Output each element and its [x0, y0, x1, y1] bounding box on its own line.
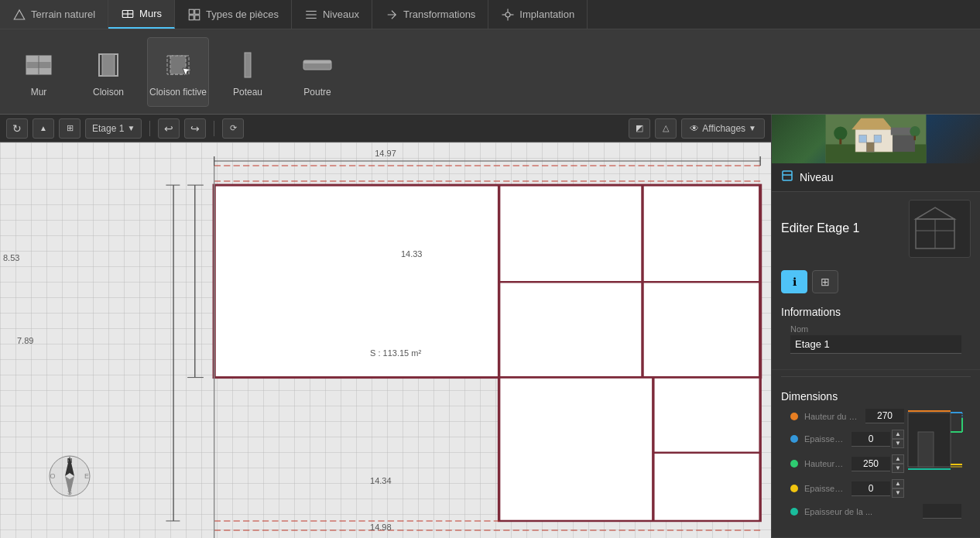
- svg-rect-26: [303, 60, 331, 63]
- refresh2-btn[interactable]: ⟳: [222, 118, 244, 139]
- tool-cloison-label: Cloison: [93, 87, 124, 98]
- implant-icon: [501, 8, 515, 22]
- epaisseur-sol-spinner: ▲ ▼: [892, 479, 904, 498]
- svg-marker-74: [916, 207, 954, 219]
- svg-text:S: S: [67, 488, 72, 496]
- level-up-btn[interactable]: ▲: [33, 118, 54, 139]
- svg-rect-5: [195, 9, 200, 14]
- poteau-icon: [229, 46, 266, 84]
- dim-hauteur-value-wrap: [865, 409, 904, 423]
- nav-terrain[interactable]: Terrain naturel: [0, 0, 108, 29]
- dot-blue: [790, 435, 798, 443]
- svg-text:N: N: [67, 457, 73, 464]
- dim-row-epaisseur-sol: Epaisseur du sol... ▲ ▼: [790, 479, 904, 498]
- dim-area: S : 113.15 m²: [370, 348, 421, 358]
- hauteur-sous-up[interactable]: ▲: [892, 454, 904, 464]
- dim-row-hauteur: Hauteur du niv...: [790, 409, 904, 423]
- dot-yellow: [790, 485, 798, 492]
- cloison-icon: [90, 46, 127, 84]
- wall-icon: [121, 7, 135, 21]
- dim-thumb-svg: [904, 409, 968, 475]
- informations-title: Informations: [781, 306, 971, 318]
- triangle-btn[interactable]: △: [655, 118, 677, 139]
- tool-poteau[interactable]: Poteau: [217, 37, 279, 107]
- svg-rect-66: [839, 139, 841, 144]
- nav-niveaux-label: Niveaux: [323, 9, 359, 20]
- svg-rect-68: [914, 135, 916, 140]
- tool-poutre[interactable]: Poutre: [286, 37, 348, 107]
- nav-murs-label: Murs: [139, 8, 162, 19]
- wall-toolbar: Mur Cloison Cloison fictive: [0, 29, 980, 115]
- svg-rect-63: [874, 135, 882, 142]
- svg-rect-60: [893, 135, 915, 152]
- tab-info[interactable]: ℹ: [781, 270, 807, 293]
- eye-icon: 👁: [690, 123, 699, 134]
- edit-level-header: Editer Etage 1 🗑: [772, 192, 980, 266]
- level-name: Etage 1: [92, 123, 124, 134]
- dim-left1: 8.53: [3, 253, 19, 262]
- dim-epaisseur-pl-label: Epaisseur du pl...: [804, 434, 845, 444]
- refresh-btn[interactable]: ↻: [6, 118, 28, 139]
- dimensions-section: Dimensions: [772, 382, 980, 538]
- dim-epaisseur-la-label: Epaisseur de la ...: [804, 507, 917, 516]
- nom-input[interactable]: [790, 335, 961, 354]
- cloison-fictive-icon: [159, 46, 197, 84]
- nav-implantation[interactable]: Implantation: [488, 0, 588, 29]
- svg-rect-24: [245, 53, 251, 77]
- dim-epaisseur-la-input[interactable]: [923, 504, 961, 519]
- dim-epaisseur-sol-value-wrap: ▲ ▼: [852, 479, 904, 498]
- nav-implantation-label: Implantation: [519, 9, 574, 20]
- svg-text:E: E: [84, 472, 89, 480]
- right-panel: Niveau Editer Etage 1 🗑 ℹ: [771, 115, 980, 538]
- tab-settings[interactable]: ⊞: [812, 270, 838, 293]
- grid-btn[interactable]: ⊞: [59, 118, 81, 139]
- dim-epaisseur-pl-input[interactable]: [852, 432, 890, 447]
- nav-types[interactable]: Types de pièces: [175, 0, 292, 29]
- chevron-down-icon: ▼: [127, 124, 135, 132]
- dim-hauteur-input[interactable]: [865, 409, 904, 423]
- affichages-label: Affichages: [702, 123, 745, 134]
- level-thumb-svg: [912, 204, 968, 254]
- redo-btn[interactable]: ↪: [184, 118, 206, 139]
- transform-icon: [385, 8, 399, 22]
- nav-murs[interactable]: Murs: [108, 0, 175, 29]
- dim-hauteur-sous-input[interactable]: [852, 457, 890, 471]
- nav-transformations[interactable]: Transformations: [372, 0, 488, 29]
- epaisseur-pl-down[interactable]: ▼: [892, 439, 904, 448]
- svg-rect-21: [102, 54, 115, 76]
- svg-rect-4: [189, 9, 194, 14]
- panel-header: Niveau: [772, 163, 980, 192]
- svg-rect-64: [866, 142, 874, 152]
- affichages-btn[interactable]: 👁 Affichages ▼: [681, 118, 765, 139]
- svg-marker-0: [14, 10, 25, 19]
- dim-row-hauteur-sous: Hauteur sous pl... ▲ ▼: [790, 454, 904, 473]
- niveau-icon: [781, 170, 793, 185]
- svg-rect-6: [189, 15, 194, 19]
- epaisseur-pl-up[interactable]: ▲: [892, 430, 904, 439]
- dim-epaisseur-pl-value-wrap: ▲ ▼: [852, 430, 904, 448]
- tool-cloison[interactable]: Cloison: [77, 37, 139, 107]
- level-selector[interactable]: Etage 1 ▼: [85, 118, 142, 139]
- tool-mur[interactable]: Mur: [8, 37, 70, 107]
- dim-thumbnail-wrap: [904, 409, 968, 478]
- camera-btn[interactable]: ◩: [629, 118, 650, 139]
- canvas-area: ↻ ▲ ⊞ Etage 1 ▼ ↩ ↪ ⟳ ◩ △ 👁 Affichages ▼: [0, 115, 771, 538]
- dim-row-epaisseur-pl: Epaisseur du pl... ▲ ▼: [790, 430, 904, 448]
- dim-epaisseur-sol-input[interactable]: [852, 481, 890, 496]
- dim-hauteur-sous-value-wrap: ▲ ▼: [852, 454, 904, 473]
- main-area: ↻ ▲ ⊞ Etage 1 ▼ ↩ ↪ ⟳ ◩ △ 👁 Affichages ▼: [0, 115, 980, 538]
- 3d-scene-svg: [772, 115, 980, 163]
- epaisseur-sol-down[interactable]: ▼: [892, 488, 904, 498]
- tool-cloison-fictive[interactable]: Cloison fictive: [147, 37, 209, 107]
- dim-top: 14.97: [375, 149, 396, 158]
- sep2: [214, 121, 214, 136]
- poutre-icon: [299, 46, 336, 84]
- edit-level-title: Editer Etage 1: [781, 221, 859, 235]
- terrain-icon: [12, 8, 26, 22]
- floor-canvas[interactable]: 14.97 8.53 7.89 14.33 S : 113.15 m² 14.3…: [0, 142, 771, 538]
- nav-niveaux[interactable]: Niveaux: [292, 0, 372, 29]
- undo-btn[interactable]: ↩: [158, 118, 180, 139]
- epaisseur-sol-up[interactable]: ▲: [892, 479, 904, 488]
- informations-section: Informations Nom: [772, 298, 980, 370]
- hauteur-sous-down[interactable]: ▼: [892, 464, 904, 473]
